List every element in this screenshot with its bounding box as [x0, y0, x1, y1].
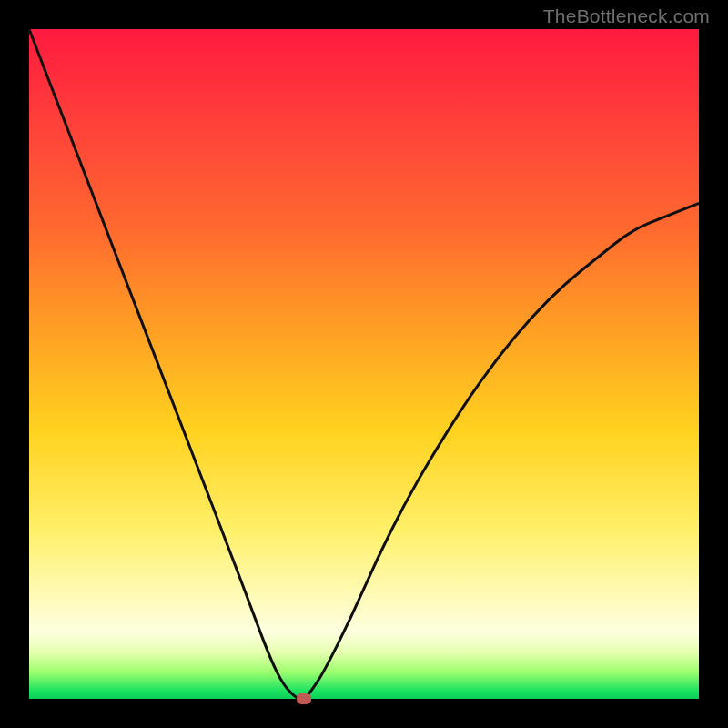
- watermark-text: TheBottleneck.com: [543, 5, 710, 27]
- chart-frame: TheBottleneck.com: [0, 0, 728, 728]
- minimum-marker-icon: [297, 693, 311, 704]
- curve-path-icon: [29, 29, 699, 699]
- bottleneck-curve: [29, 29, 699, 699]
- plot-area: [29, 29, 699, 699]
